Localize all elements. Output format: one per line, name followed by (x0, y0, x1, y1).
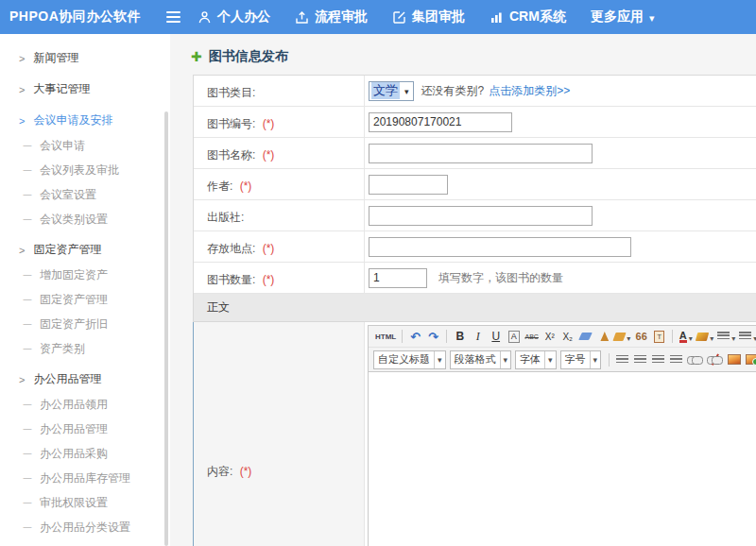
dash-icon (23, 447, 40, 461)
form-row-book-no: 图书编号: (*) (194, 107, 756, 138)
align-right-button[interactable] (651, 351, 665, 368)
field-label: 图书类目: (207, 86, 255, 99)
dash-icon (23, 139, 40, 153)
bar-chart-icon (490, 10, 504, 25)
sidebar-item-asset-manage[interactable]: 固定资产管理 (0, 287, 170, 312)
required-mark: (*) (240, 465, 252, 478)
sidebar-scrollbar[interactable] (164, 111, 168, 546)
location-input[interactable] (369, 237, 631, 257)
sidebar-group-meeting[interactable]: 会议申请及安排 (0, 108, 170, 133)
ordered-list-button[interactable] (717, 328, 735, 345)
sidebar-item-supplies-category[interactable]: 办公用品分类设置 (0, 515, 170, 539)
caret-down-icon (544, 351, 556, 368)
sidebar-item-meeting-list[interactable]: 会议列表及审批 (0, 158, 170, 182)
required-mark: (*) (263, 117, 275, 130)
insert-image-icon (746, 354, 756, 365)
category-note: 还没有类别? (421, 83, 485, 99)
sidebar-item-meeting-apply[interactable]: 会议申请 (0, 133, 170, 158)
subscript-button[interactable]: X₂ (560, 328, 575, 345)
format-brush-icon (613, 333, 627, 341)
sidebar-item-supplies-claim[interactable]: 办公用品领用 (0, 392, 170, 417)
eraser-button[interactable] (578, 328, 593, 345)
edit-square-icon (392, 10, 406, 25)
link-icon (687, 355, 703, 364)
field-label: 内容: (207, 465, 232, 478)
paste-text-button[interactable]: T (652, 328, 666, 345)
paragraph-format-dropdown[interactable]: 段落格式 (450, 350, 512, 369)
sidebar-item-asset-category[interactable]: 资产类别 (0, 336, 170, 361)
bold-button[interactable]: B (453, 328, 467, 345)
font-size-dropdown[interactable]: 字号 (560, 350, 602, 369)
nav-personal-office[interactable]: 个人办公 (198, 9, 270, 26)
dash-icon (23, 163, 40, 178)
sidebar-item-supplies-manage[interactable]: 办公用品管理 (0, 417, 170, 441)
quantity-hint: 填写数字，该图书的数量 (438, 270, 563, 286)
sidebar-group-memorabilia[interactable]: 大事记管理 (0, 77, 170, 102)
caret-down-icon (649, 9, 655, 25)
sidebar-group-office-supplies[interactable]: 办公用品管理 (0, 367, 170, 392)
strikethrough-button[interactable]: ABC (524, 328, 539, 345)
sidebar-group-news[interactable]: 新闻管理 (0, 45, 170, 71)
dash-icon (23, 317, 40, 332)
quantity-input[interactable] (369, 268, 427, 288)
caret-down-icon (404, 84, 409, 97)
format-brush-button[interactable] (614, 328, 630, 345)
dash-icon (23, 188, 40, 202)
image-button[interactable] (727, 351, 741, 368)
author-input[interactable] (369, 175, 448, 195)
font-box-button[interactable]: A (507, 328, 521, 345)
caret-down-icon (500, 351, 511, 368)
book-name-input[interactable] (369, 144, 593, 163)
sidebar-item-approval-permission[interactable]: 审批权限设置 (0, 490, 170, 515)
nav-group-approval[interactable]: 集团审批 (392, 9, 465, 26)
menu-toggle-icon[interactable] (166, 11, 180, 23)
font-color-button[interactable]: A (679, 328, 693, 345)
blockquote-button[interactable]: 66 (634, 328, 648, 345)
publisher-input[interactable] (369, 206, 593, 226)
highlight-button[interactable] (696, 328, 713, 345)
chevron-right-icon (19, 373, 33, 386)
add-category-link[interactable]: 点击添加类别>> (489, 83, 570, 99)
superscript-button[interactable]: X² (542, 328, 557, 345)
nav-crm-system[interactable]: CRM系统 (490, 9, 566, 26)
field-label: 图书名称: (207, 148, 255, 162)
required-mark: (*) (240, 179, 252, 193)
editor-content[interactable] (369, 372, 756, 546)
field-label: 图书数量: (207, 273, 255, 286)
html-source-button[interactable]: HTML (375, 328, 396, 345)
italic-button[interactable]: I (471, 328, 485, 345)
clipboard-icon: T (654, 331, 664, 343)
category-select[interactable]: 文学 (369, 81, 414, 101)
caret-down-icon (710, 328, 713, 345)
nav-more-apps[interactable]: 更多应用 (591, 9, 655, 26)
form-row-author: 作者: (*) (194, 169, 756, 200)
align-right-icon (652, 355, 664, 365)
sidebar-item-asset-depreciation[interactable]: 固定资产折旧 (0, 312, 170, 336)
clean-format-button[interactable] (596, 328, 610, 345)
undo-button[interactable]: ↶ (408, 328, 422, 345)
sidebar-group-fixed-assets[interactable]: 固定资产管理 (0, 237, 170, 263)
insert-image-button[interactable] (745, 351, 756, 368)
field-label: 出版社: (207, 211, 244, 224)
chevron-right-icon (19, 244, 33, 257)
dash-icon (23, 422, 40, 436)
nav-workflow-approval[interactable]: 流程审批 (295, 9, 368, 26)
underline-button[interactable]: U (489, 328, 503, 345)
toolbar-separator (402, 330, 403, 343)
unordered-list-button[interactable] (739, 328, 756, 345)
form-row-content: 内容: (*) HTML ↶ ↷ B I (193, 322, 756, 546)
sidebar-item-supplies-inventory[interactable]: 办公用品库存管理 (0, 466, 170, 490)
link-button[interactable] (687, 351, 703, 368)
sidebar-item-meeting-room[interactable]: 会议室设置 (0, 182, 170, 207)
align-center-button[interactable] (633, 351, 647, 368)
unlink-button[interactable] (707, 351, 723, 368)
align-left-button[interactable] (615, 351, 629, 368)
sidebar-item-meeting-category[interactable]: 会议类别设置 (0, 207, 170, 231)
align-justify-button[interactable] (669, 351, 683, 368)
redo-button[interactable]: ↷ (426, 328, 440, 345)
custom-title-dropdown[interactable]: 自定义标题 (373, 350, 446, 369)
sidebar-item-add-asset[interactable]: 增加固定资产 (0, 263, 170, 287)
font-family-dropdown[interactable]: 字体 (515, 350, 557, 369)
book-no-input[interactable] (369, 112, 512, 132)
sidebar-item-supplies-purchase[interactable]: 办公用品采购 (0, 441, 170, 466)
